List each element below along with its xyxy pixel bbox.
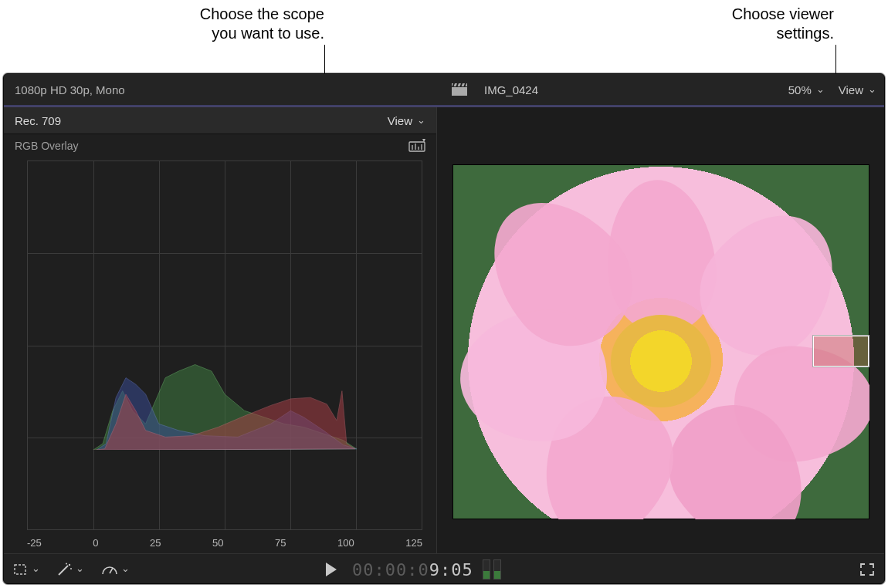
viewer-panel [436, 107, 884, 553]
zoom-value: 50% [788, 83, 812, 96]
chevron-down-icon [816, 83, 825, 96]
scope-mode-label: RGB Overlay [15, 140, 78, 152]
scope-view-label: View [388, 114, 412, 127]
chevron-down-icon [121, 563, 130, 576]
retime-tool-button[interactable] [101, 563, 130, 576]
axis-tick: 50 [212, 537, 223, 549]
svg-line-13 [59, 566, 68, 575]
video-editor-window: 1080p HD 30p, Mono IMG_0424 50% View Rec… [3, 73, 885, 584]
audio-meters [483, 559, 501, 580]
scope-panel: Rec. 709 View RGB Overlay [4, 107, 436, 553]
svg-point-16 [66, 563, 67, 565]
svg-rect-0 [452, 87, 467, 96]
zoom-dropdown[interactable]: 50% [788, 83, 825, 96]
chevron-down-icon [868, 83, 876, 96]
svg-marker-18 [326, 563, 337, 576]
clip-name-label: IMG_0424 [484, 83, 538, 96]
timecode-bright: 9:05 [429, 560, 473, 580]
fullscreen-button[interactable] [859, 563, 875, 576]
rgb-overlay-chart [27, 161, 422, 450]
svg-point-14 [69, 564, 70, 566]
timecode-dim: 00:00:0 [352, 560, 429, 580]
scope-settings-button[interactable] [408, 139, 425, 153]
transform-tool-button[interactable] [13, 563, 40, 576]
axis-tick: -25 [27, 537, 42, 549]
chevron-down-icon [76, 563, 84, 576]
axis-tick: 100 [337, 537, 354, 549]
axis-tick: 75 [275, 537, 286, 549]
chevron-down-icon [32, 563, 40, 576]
viewer-topbar: 1080p HD 30p, Mono IMG_0424 50% View [4, 74, 884, 106]
preview-image [452, 164, 869, 519]
svg-line-17 [110, 568, 113, 573]
axis-tick: 0 [93, 537, 98, 549]
histogram-axis: -25 0 25 50 75 100 125 [27, 537, 422, 549]
callout-scope: Choose the scope you want to use. [200, 5, 324, 43]
axis-tick: 125 [405, 537, 422, 549]
pip-overlay[interactable] [812, 335, 869, 367]
enhance-tool-button[interactable] [57, 563, 84, 576]
viewer-canvas[interactable] [437, 107, 884, 553]
svg-point-15 [70, 568, 72, 569]
axis-tick: 25 [150, 537, 161, 549]
transport-bar: 00:00:09:05 [4, 553, 884, 584]
histogram: -25 0 25 50 75 100 125 [4, 157, 436, 553]
play-button[interactable] [326, 563, 338, 576]
format-label: 1080p HD 30p, Mono [15, 83, 125, 96]
view-label: View [839, 83, 863, 96]
svg-rect-12 [15, 565, 25, 574]
svg-rect-6 [409, 142, 425, 151]
callout-leader [835, 45, 836, 74]
clapper-icon [452, 83, 467, 96]
callout-viewer: Choose viewer settings. [732, 5, 834, 43]
scope-view-dropdown[interactable]: View [388, 114, 425, 127]
viewer-view-dropdown[interactable]: View [839, 83, 876, 96]
color-space-label: Rec. 709 [15, 114, 61, 127]
chevron-down-icon [417, 114, 425, 127]
